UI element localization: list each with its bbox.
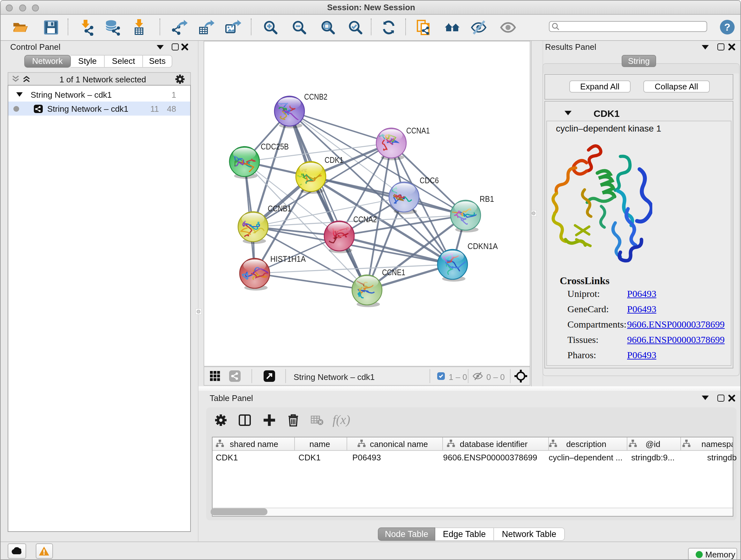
svg-text:CCNB2: CCNB2 [304,92,327,102]
svg-text:HIST1H1A: HIST1H1A [270,254,306,264]
svg-text:CCNB1: CCNB1 [267,204,291,213]
svg-text:CCNA1: CCNA1 [406,126,429,135]
svg-text:CCNE1: CCNE1 [382,267,405,277]
svg-text:CCNA2: CCNA2 [353,214,377,224]
svg-text:CDKN1A: CDKN1A [467,241,498,251]
svg-text:RB1: RB1 [479,194,494,204]
svg-text:CDK1: CDK1 [324,155,343,165]
svg-text:CDC6: CDC6 [419,176,439,185]
svg-text:CDC25B: CDC25B [260,142,288,151]
